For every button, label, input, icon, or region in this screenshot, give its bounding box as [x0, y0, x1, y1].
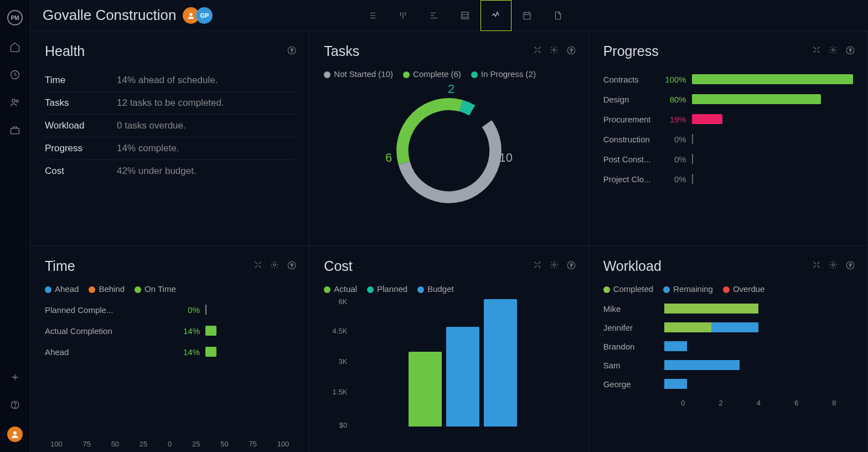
legend-item: Behind — [89, 284, 125, 294]
legend-item: Budget — [417, 284, 454, 294]
svg-text:?: ? — [849, 48, 851, 53]
workload-row: Brandon — [603, 337, 853, 356]
health-panel: Health ? Time14% ahead of schedule.Tasks… — [30, 31, 309, 246]
legend-item: Planned — [367, 284, 407, 294]
progress-row: Contracts100% — [603, 69, 853, 89]
expand-icon[interactable] — [533, 45, 543, 55]
svg-text:?: ? — [291, 48, 293, 53]
workload-row: George — [603, 374, 853, 393]
user-avatar[interactable] — [7, 427, 23, 442]
workload-row: Sam — [603, 356, 853, 374]
time-row: Planned Comple...0% — [45, 299, 294, 320]
cost-bar-budget — [484, 299, 517, 427]
svg-text:?: ? — [570, 48, 572, 53]
board-view-icon[interactable] — [388, 0, 418, 31]
member-avatars[interactable]: GP — [186, 7, 213, 24]
legend-item: On Time — [135, 284, 176, 294]
gear-icon[interactable] — [550, 260, 560, 270]
help-icon[interactable]: ? — [566, 260, 576, 270]
sheet-view-icon[interactable] — [450, 0, 480, 31]
sidebar: PM — [0, 0, 30, 452]
gantt-view-icon[interactable] — [418, 0, 450, 31]
legend-item: Remaining — [663, 284, 713, 294]
svg-point-6 — [13, 432, 17, 435]
panel-title: Health — [45, 43, 294, 59]
svg-text:?: ? — [849, 263, 851, 268]
svg-point-5 — [14, 407, 15, 407]
file-view-icon[interactable] — [542, 0, 574, 31]
project-title: Govalle Construction — [43, 7, 176, 24]
people-icon[interactable] — [9, 96, 21, 109]
health-row: Tasks12 tasks to be completed. — [45, 92, 294, 115]
view-switcher — [356, 0, 574, 31]
progress-row: Design80% — [603, 89, 853, 109]
home-icon[interactable] — [9, 41, 21, 53]
time-row: Ahead14% — [45, 341, 294, 362]
progress-row: Construction0% — [603, 129, 853, 149]
help-icon[interactable]: ? — [566, 45, 576, 55]
expand-icon[interactable] — [533, 260, 543, 270]
svg-point-27 — [832, 264, 834, 266]
svg-rect-3 — [11, 129, 19, 134]
gear-icon[interactable] — [829, 260, 839, 270]
tasks-panel: Tasks ? Not Started (10)Complete (6)In P… — [309, 31, 588, 246]
help-icon[interactable]: ? — [845, 260, 855, 270]
gear-icon[interactable] — [550, 45, 560, 55]
legend-item: Completed — [603, 284, 654, 294]
health-row: Time14% ahead of schedule. — [45, 69, 294, 92]
progress-row: Project Clo...0% — [603, 169, 853, 189]
workload-panel: Workload ? CompletedRemainingOverdue Mik… — [589, 246, 868, 452]
list-view-icon[interactable] — [356, 0, 388, 31]
expand-icon[interactable] — [812, 260, 822, 270]
dashboard-view-icon[interactable] — [480, 0, 512, 31]
svg-text:?: ? — [291, 263, 293, 268]
svg-rect-8 — [462, 12, 468, 19]
health-row: Cost42% under budget. — [45, 160, 294, 182]
legend-item: Not Started (10) — [324, 69, 393, 79]
gear-icon[interactable] — [270, 260, 280, 270]
expand-icon[interactable] — [812, 45, 822, 55]
svg-text:?: ? — [570, 263, 572, 268]
help-icon[interactable] — [9, 399, 21, 411]
time-panel: Time ? AheadBehindOn Time Planned Comple… — [30, 246, 309, 452]
workload-row: Jennifer — [603, 318, 853, 337]
legend-item: Actual — [324, 284, 357, 294]
help-icon[interactable]: ? — [287, 45, 297, 55]
svg-point-1 — [12, 99, 15, 102]
help-icon[interactable]: ? — [287, 260, 297, 270]
health-row: Progress14% complete. — [45, 137, 294, 160]
progress-row: Procurement19% — [603, 109, 853, 129]
donut-label-complete: 6 — [385, 151, 392, 165]
tasks-donut-chart: 2 6 10 — [366, 84, 532, 217]
svg-point-18 — [832, 49, 834, 51]
cost-bar-planned — [446, 327, 479, 427]
progress-panel: Progress ? Contracts100%Design80%Procure… — [589, 31, 868, 246]
briefcase-icon[interactable] — [9, 124, 21, 136]
cost-bar-chart: 6K 4.5K 3K 1.5K $0 — [324, 299, 574, 427]
gear-icon[interactable] — [829, 45, 839, 55]
time-row: Actual Completion14% — [45, 320, 294, 341]
help-icon[interactable]: ? — [845, 45, 855, 55]
svg-point-24 — [553, 264, 555, 266]
app-logo[interactable]: PM — [7, 10, 23, 25]
clock-icon[interactable] — [9, 69, 21, 81]
legend-item: Overdue — [723, 284, 765, 294]
svg-point-7 — [190, 13, 193, 16]
progress-row: Post Const...0% — [603, 149, 853, 169]
plus-icon[interactable] — [9, 371, 21, 383]
cost-panel: Cost ? ActualPlannedBudget 6K 4.5K 3K 1.… — [309, 246, 588, 452]
legend-item: Ahead — [45, 284, 79, 294]
cost-bar-actual — [409, 352, 442, 427]
donut-label-inprogress: 2 — [448, 82, 454, 96]
svg-point-12 — [553, 49, 555, 51]
svg-point-21 — [273, 264, 276, 266]
topbar: Govalle Construction GP — [30, 0, 868, 31]
donut-label-notstarted: 10 — [499, 151, 513, 165]
svg-point-2 — [16, 100, 18, 102]
health-row: Workload0 tasks overdue. — [45, 115, 294, 137]
calendar-view-icon[interactable] — [512, 0, 542, 31]
legend-item: In Progress (2) — [471, 69, 536, 79]
expand-icon[interactable] — [254, 260, 264, 270]
legend-item: Complete (6) — [403, 69, 461, 79]
svg-rect-9 — [524, 12, 530, 19]
